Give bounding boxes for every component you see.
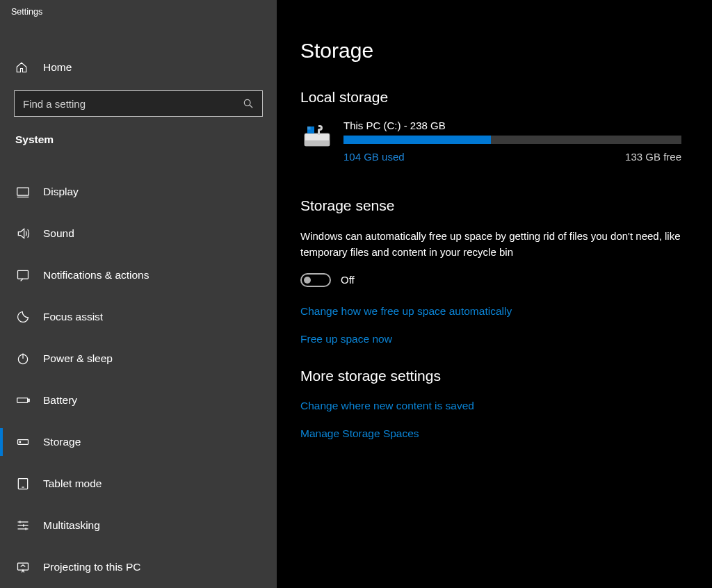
sidebar-item-focus-assist[interactable]: Focus assist [0, 296, 277, 338]
settings-sidebar: Settings Home System [0, 0, 277, 588]
storage-sense-title: Storage sense [300, 197, 681, 214]
sidebar-item-projecting[interactable]: Projecting to this PC [0, 546, 277, 588]
storage-sense-toggle[interactable] [300, 273, 331, 287]
svg-rect-23 [307, 126, 311, 130]
sidebar-item-label: Display [43, 186, 79, 198]
svg-point-0 [244, 99, 250, 106]
display-icon [15, 184, 31, 199]
sidebar-item-label: Storage [43, 436, 81, 448]
toggle-knob [304, 277, 311, 284]
home-icon [15, 61, 31, 74]
storage-page: Storage Local storage This PC (C:) - 238… [277, 0, 712, 588]
search-icon [243, 98, 254, 109]
sidebar-item-multitasking[interactable]: Multitasking [0, 505, 277, 546]
svg-rect-21 [305, 140, 330, 146]
svg-line-1 [250, 105, 252, 108]
drive-c-row[interactable]: This PC (C:) - 238 GB 104 GB used 133 GB… [300, 120, 681, 163]
focus-assist-icon [15, 309, 31, 325]
sidebar-home-label: Home [43, 61, 72, 74]
svg-rect-4 [18, 270, 29, 279]
drive-icon [300, 122, 334, 150]
drive-name: This PC (C:) - 238 GB [343, 120, 681, 131]
svg-rect-19 [18, 563, 29, 570]
battery-icon [15, 393, 31, 408]
multitasking-icon [15, 518, 31, 533]
sidebar-item-battery[interactable]: Battery [0, 379, 277, 421]
svg-rect-24 [318, 129, 320, 135]
sidebar-item-label: Power & sleep [43, 352, 113, 365]
used-label: 104 GB used [343, 151, 405, 163]
storage-icon [15, 434, 31, 450]
link-change-auto-free[interactable]: Change how we free up space automaticall… [300, 305, 681, 318]
usage-bar [343, 136, 681, 144]
power-icon [15, 351, 31, 366]
local-storage-title: Local storage [300, 89, 681, 106]
sidebar-item-storage[interactable]: Storage [0, 421, 277, 463]
sidebar-group-label: System [0, 117, 277, 146]
sidebar-item-notifications[interactable]: Notifications & actions [0, 254, 277, 296]
sidebar-item-sound[interactable]: Sound [0, 213, 277, 254]
sidebar-item-label: Projecting to this PC [43, 561, 140, 573]
sidebar-nav: Display Sound Notifications & actions Fo… [0, 171, 277, 588]
free-label: 133 GB free [625, 151, 681, 163]
tablet-icon [15, 476, 31, 491]
page-title: Storage [300, 39, 681, 63]
notifications-icon [15, 268, 31, 283]
sidebar-item-tablet-mode[interactable]: Tablet mode [0, 463, 277, 505]
svg-rect-2 [17, 188, 29, 195]
sidebar-item-display[interactable]: Display [0, 171, 277, 213]
link-manage-storage-spaces[interactable]: Manage Storage Spaces [300, 427, 681, 440]
svg-rect-8 [29, 399, 30, 401]
window-title: Settings [0, 0, 277, 17]
sidebar-item-label: Focus assist [43, 311, 103, 323]
sidebar-item-power-sleep[interactable]: Power & sleep [0, 338, 277, 379]
sidebar-item-label: Notifications & actions [43, 269, 149, 281]
usage-bar-fill [343, 136, 491, 144]
sidebar-item-label: Tablet mode [43, 477, 102, 490]
sidebar-home[interactable]: Home [0, 53, 277, 82]
projecting-icon [15, 560, 31, 575]
svg-point-10 [19, 441, 21, 443]
link-change-save-location[interactable]: Change where new content is saved [300, 400, 681, 412]
search-settings[interactable] [14, 90, 263, 117]
sound-icon [15, 226, 31, 241]
storage-sense-description: Windows can automatically free up space … [300, 228, 681, 261]
search-input[interactable] [23, 98, 243, 110]
sidebar-item-label: Sound [43, 227, 74, 240]
sidebar-item-label: Multitasking [43, 519, 100, 532]
link-free-up-now[interactable]: Free up space now [300, 333, 681, 345]
sidebar-item-label: Battery [43, 394, 77, 407]
more-settings-title: More storage settings [300, 368, 681, 384]
storage-sense-toggle-label: Off [341, 274, 355, 286]
svg-rect-7 [17, 398, 28, 403]
